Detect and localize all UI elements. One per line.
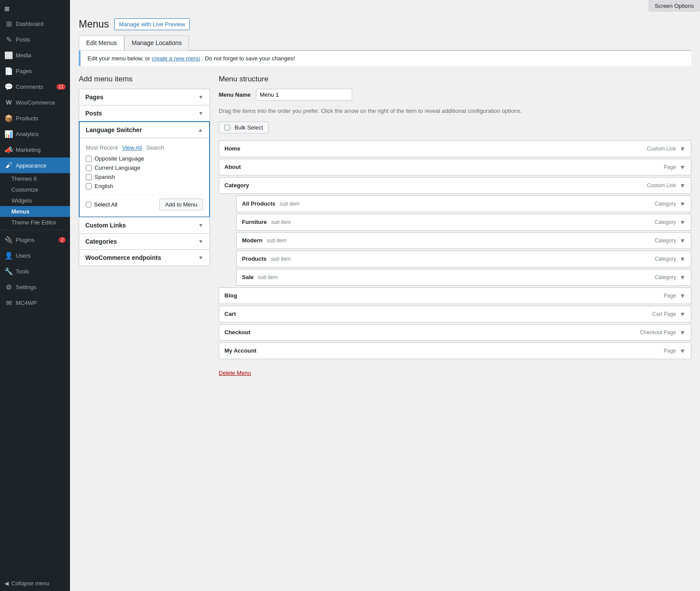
accordion-posts-header[interactable]: Posts ▼	[79, 105, 210, 121]
sidebar-sub-item-theme-file-editor[interactable]: Theme File Editor	[0, 217, 70, 228]
select-all-label[interactable]: Select All	[86, 201, 117, 208]
accordion-language-switcher-label: Language Switcher	[86, 126, 142, 133]
checkbox-opposite-language-label: Opposite Language	[94, 155, 144, 162]
bulk-select-button[interactable]: Bulk Select	[219, 122, 269, 133]
chevron-down-icon[interactable]: ▼	[679, 347, 686, 354]
accordion-custom-links-header[interactable]: Custom Links ▼	[79, 217, 210, 233]
comments-icon: 💬	[4, 82, 13, 91]
comments-badge: 11	[56, 84, 66, 90]
sidebar-sub-item-customize[interactable]: Customize	[0, 184, 70, 195]
sidebar-item-pages[interactable]: 📄 Pages	[0, 63, 70, 79]
accordion-categories-header[interactable]: Categories ▼	[79, 234, 210, 249]
page-title-row: Menus Manage with Live Preview	[79, 18, 691, 30]
accordion-posts-label: Posts	[85, 110, 102, 117]
accordion-tab-view-all[interactable]: View All	[122, 144, 142, 151]
create-new-menu-link[interactable]: create a new menu	[152, 55, 200, 62]
sidebar-item-users[interactable]: 👤 Users	[0, 248, 70, 263]
accordion-custom-links-label: Custom Links	[85, 222, 126, 229]
checkbox-current-language-input[interactable]	[86, 165, 92, 171]
tab-edit-menus[interactable]: Edit Menus	[79, 35, 124, 50]
chevron-down-icon[interactable]: ▼	[679, 219, 686, 226]
menu-item-furniture-right: Category ▼	[654, 219, 686, 226]
chevron-down-icon[interactable]: ▼	[679, 255, 686, 262]
chevron-down-icon[interactable]: ▼	[679, 311, 686, 318]
sidebar-item-woocommerce[interactable]: W WooCommerce	[0, 94, 70, 110]
chevron-down-icon: ▼	[198, 255, 203, 261]
menu-item-all-products-right: Category ▼	[654, 200, 686, 207]
users-icon: 👤	[4, 251, 13, 260]
menu-item-about: About Page ▼	[219, 159, 691, 175]
accordion-custom-links: Custom Links ▼	[79, 217, 210, 234]
menu-item-products-sub-right: Category ▼	[654, 255, 686, 262]
sidebar-item-marketing[interactable]: 📣 Marketing	[0, 142, 70, 157]
chevron-down-icon[interactable]: ▼	[679, 200, 686, 207]
sidebar-item-settings[interactable]: ⚙ Settings	[0, 279, 70, 295]
add-to-menu-button[interactable]: Add to Menu	[159, 199, 203, 210]
menu-item-my-account: My Account Page ▼	[219, 343, 691, 359]
checkbox-spanish[interactable]: Spanish	[86, 174, 203, 180]
chevron-down-icon[interactable]: ▼	[679, 182, 686, 189]
sidebar-item-media[interactable]: ⬜ Media	[0, 47, 70, 63]
menu-item-products-sub: Products sub item Category ▼	[236, 251, 691, 267]
columns-layout: Add menu items Pages ▼ Posts ▼	[79, 75, 691, 376]
accordion-pages-header[interactable]: Pages ▼	[79, 89, 210, 105]
menu-item-home: Home Custom Link ▼	[219, 140, 691, 157]
checkbox-english[interactable]: English	[86, 183, 203, 189]
woocommerce-icon: W	[4, 98, 13, 107]
accordion-woocommerce-endpoints-header[interactable]: WooCommerce endpoints ▼	[79, 250, 210, 266]
live-preview-button[interactable]: Manage with Live Preview	[114, 18, 190, 30]
menu-item-blog: Blog Page ▼	[219, 287, 691, 304]
notice-bar: Edit your menu below, or create a new me…	[79, 50, 691, 66]
media-icon: ⬜	[4, 51, 13, 59]
sidebar-item-label: Pages	[16, 68, 32, 74]
sidebar-item-posts[interactable]: ✎ Posts	[0, 31, 70, 47]
accordion-language-switcher-header[interactable]: Language Switcher ▲	[80, 122, 209, 138]
sidebar-item-mc4wp[interactable]: ✉ MC4WP	[0, 295, 70, 311]
menu-item-sale: Sale sub item Category ▼	[236, 269, 691, 286]
menu-name-input[interactable]	[256, 89, 352, 101]
accordion-tab-most-recent[interactable]: Most Recent	[86, 144, 118, 151]
tab-manage-locations[interactable]: Manage Locations	[124, 35, 189, 50]
checkbox-english-input[interactable]	[86, 183, 92, 189]
chevron-down-icon[interactable]: ▼	[679, 329, 686, 336]
checkbox-current-language[interactable]: Current Language	[86, 164, 203, 171]
sidebar-item-tools[interactable]: 🔧 Tools	[0, 263, 70, 279]
menu-item-furniture: Furniture sub item Category ▼	[236, 214, 691, 231]
menu-item-cart: Cart Cart Page ▼	[219, 306, 691, 322]
page-title: Menus	[79, 18, 109, 30]
checkbox-opposite-language[interactable]: Opposite Language	[86, 155, 203, 162]
accordion-pages: Pages ▼	[79, 89, 210, 105]
chevron-down-icon[interactable]: ▼	[679, 164, 686, 171]
sidebar-item-analytics[interactable]: 📊 Analytics	[0, 126, 70, 142]
tab-row: Edit Menus Manage Locations	[79, 35, 691, 50]
posts-icon: ✎	[4, 35, 13, 44]
delete-menu-link[interactable]: Delete Menu	[219, 370, 251, 376]
chevron-down-icon: ▼	[198, 94, 203, 100]
sidebar-item-comments[interactable]: 💬 Comments 11	[0, 79, 70, 94]
chevron-down-icon[interactable]: ▼	[679, 292, 686, 299]
chevron-down-icon: ▼	[198, 222, 203, 228]
checkbox-spanish-input[interactable]	[86, 174, 92, 180]
chevron-up-icon: ▲	[198, 127, 203, 133]
sidebar-item-plugins[interactable]: 🔌 Plugins 2	[0, 232, 70, 248]
sidebar-item-products[interactable]: 📦 Products	[0, 110, 70, 126]
accordion-tab-row: Most Recent View All Search	[86, 144, 203, 151]
accordion-tab-search[interactable]: Search	[146, 144, 164, 151]
sidebar-sub-item-menus[interactable]: Menus	[0, 206, 70, 217]
select-all-checkbox[interactable]	[86, 202, 91, 207]
screen-options-button[interactable]: Screen Options	[648, 0, 700, 12]
sidebar-item-dashboard[interactable]: ⊞ Dashboard	[0, 16, 70, 31]
bulk-select-checkbox[interactable]	[224, 125, 230, 130]
chevron-down-icon[interactable]: ▼	[679, 237, 686, 244]
sidebar-sub-item-widgets[interactable]: Widgets	[0, 195, 70, 206]
add-menu-col: Add menu items Pages ▼ Posts ▼	[79, 75, 210, 266]
checkbox-opposite-language-input[interactable]	[86, 156, 92, 162]
chevron-down-icon[interactable]: ▼	[679, 145, 686, 152]
chevron-down-icon[interactable]: ▼	[679, 274, 686, 281]
collapse-menu-button[interactable]: ◀ Collapse menu	[0, 576, 70, 591]
accordion-categories: Categories ▼	[79, 233, 210, 250]
sidebar-item-label: Media	[16, 52, 31, 59]
bulk-select-label: Bulk Select	[234, 124, 263, 131]
sidebar-sub-item-themes[interactable]: Themes 6	[0, 173, 70, 184]
sidebar-item-appearance[interactable]: 🖌 Appearance	[0, 157, 70, 173]
